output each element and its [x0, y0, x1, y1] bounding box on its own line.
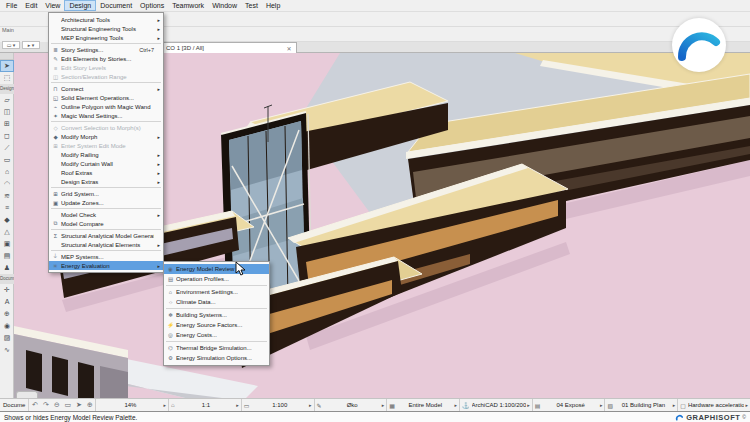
- forward-icon[interactable]: ↷: [40, 399, 51, 411]
- fit-view-icon[interactable]: ▭: [62, 399, 73, 411]
- toolbox-arrow-tool-icon[interactable]: ➤: [0, 60, 14, 72]
- design-menu-item-magic-wand-settings[interactable]: ✦Magic Wand Settings...: [49, 111, 163, 120]
- design-menu-item-modify-curtain-wall[interactable]: Modify Curtain Wall▸: [49, 159, 163, 168]
- toolbox-fill-tool-icon[interactable]: ▨: [0, 332, 14, 344]
- design-menu-item-story-settings[interactable]: ≣Story Settings...Ctrl+7: [49, 45, 163, 54]
- menu-item-label: Building Systems...: [176, 312, 260, 318]
- building-systems-icon: ❄: [165, 312, 176, 318]
- design-menu-item-modify-railing[interactable]: Modify Railing▸: [49, 150, 163, 159]
- design-menu-item-mep-systems[interactable]: ⏚MEP Systems...: [49, 252, 163, 261]
- brand-mark: ©: [742, 414, 746, 420]
- toolbox-beam-tool-icon[interactable]: ⟋: [0, 142, 14, 154]
- toolbox-morph-tool-icon[interactable]: ◆: [0, 214, 14, 226]
- tab-3d-window[interactable]: CO 1 [3D / All] ✕: [150, 42, 297, 53]
- quick-option-04-expos[interactable]: ▤04 Exposé▸: [532, 399, 605, 411]
- toolbox-shell-tool-icon[interactable]: ◠: [0, 178, 14, 190]
- design-menu-item-structural-analytical-model-generation-rules[interactable]: ΣStructural Analytical Model Generation …: [49, 231, 163, 240]
- design-menu: Architectural Tools▸Structural Engineeri…: [48, 12, 164, 273]
- quick-option-ko[interactable]: ✎Øko▸: [314, 399, 387, 411]
- menubar-item-file[interactable]: File: [2, 0, 21, 11]
- toolbox-object-tool-icon[interactable]: ♟: [0, 262, 14, 274]
- design-menu-item-architectural-tools[interactable]: Architectural Tools▸: [49, 15, 163, 24]
- energy-submenu-item-energy-model-review[interactable]: ◉Energy Model Review: [164, 264, 269, 274]
- design-menu-item-outline-polygon-with-magic-wand[interactable]: ⌁Outline Polygon with Magic Wand: [49, 102, 163, 111]
- design-menu-item-model-check[interactable]: Model Check▸: [49, 210, 163, 219]
- toolbox-marquee-tool-icon[interactable]: ⬚: [0, 72, 14, 84]
- tab-close-icon[interactable]: ✕: [285, 45, 293, 52]
- menubar-item-test[interactable]: Test: [241, 0, 262, 11]
- back-icon[interactable]: ↶: [29, 399, 40, 411]
- quick-option-14[interactable]: 14%▸: [95, 399, 168, 411]
- toolbox-window-tool-icon[interactable]: ⊞: [0, 118, 14, 130]
- energy-submenu-item-climate-data[interactable]: ☼Climate Data...: [164, 297, 269, 307]
- design-menu-item-structural-engineering-tools[interactable]: Structural Engineering Tools▸: [49, 24, 163, 33]
- toolbox-railing-tool-icon[interactable]: ≡: [0, 202, 14, 214]
- quick-option-1-1[interactable]: ⌂1:1▸: [168, 399, 241, 411]
- menu-item-label: Grid System...: [61, 191, 154, 197]
- energy-submenu-item-energy-costs[interactable]: ◎Energy Costs...: [164, 330, 269, 340]
- design-menu-item-energy-evaluation[interactable]: ☀Energy Evaluation▸: [49, 261, 163, 270]
- toolbox-header[interactable]: [0, 53, 13, 60]
- zoom-in-icon[interactable]: ⊕: [84, 399, 95, 411]
- energy-submenu-item-building-systems[interactable]: ❄Building Systems...: [164, 310, 269, 320]
- orbit-icon[interactable]: ➤: [73, 399, 84, 411]
- toolbox-slab-tool-icon[interactable]: ▭: [0, 154, 14, 166]
- toolbox-camera-tool-icon[interactable]: ◉: [0, 320, 14, 332]
- design-menu-item-edit-elements-by-stories[interactable]: ✎Edit Elements by Stories...: [49, 54, 163, 63]
- outline-polygon-with-magic-wand-icon: ⌁: [50, 104, 61, 110]
- design-menu-item-structural-analytical-elements[interactable]: Structural Analytical Elements▸: [49, 240, 163, 249]
- toolbox-spline-tool-icon[interactable]: ∿: [0, 344, 14, 356]
- tool-combo[interactable]: ▸ ▾: [22, 41, 40, 49]
- energy-submenu-item-environment-settings[interactable]: ⌂Environment Settings...: [164, 287, 269, 297]
- quick-option-hardware-acceleration[interactable]: ▢Hardware acceleration ...▸: [677, 399, 750, 411]
- design-menu-item-model-compare[interactable]: ⧉Model Compare: [49, 219, 163, 228]
- design-menu-item-solid-element-operations[interactable]: ◱Solid Element Operations...: [49, 93, 163, 102]
- menubar-item-design[interactable]: Design: [64, 0, 96, 11]
- energy-submenu-item-thermal-bridge-simulation[interactable]: ⌬Thermal Bridge Simulation...: [164, 343, 269, 353]
- menubar-item-edit[interactable]: Edit: [21, 0, 41, 11]
- favorites-combo[interactable]: ▭ ▾: [2, 41, 20, 49]
- design-menu-item-modify-morph[interactable]: ◆Modify Morph▸: [49, 132, 163, 141]
- energy-submenu-item-energy-source-factors[interactable]: ⚡Energy Source Factors...: [164, 320, 269, 330]
- toolbox-text-tool-icon[interactable]: A: [0, 296, 14, 308]
- menubar-item-window[interactable]: Window: [208, 0, 241, 11]
- quick-option-archicad-1-100-200[interactable]: ⚓ArchiCAD 1:100/200▸: [459, 399, 532, 411]
- zoom-out-icon[interactable]: ⊖: [51, 399, 62, 411]
- toolbox-curtain-wall-tool-icon[interactable]: ▤: [0, 250, 14, 262]
- energy-submenu-item-operation-profiles[interactable]: ▤Operation Profiles...: [164, 274, 269, 284]
- toolbox-dimension-tool-icon[interactable]: ✛: [0, 284, 14, 296]
- design-menu-item-grid-system[interactable]: ⊞Grid System...: [49, 189, 163, 198]
- design-menu-item-mep-engineering-tools[interactable]: MEP Engineering Tools▸: [49, 33, 163, 42]
- toolbox-door-tool-icon[interactable]: ◫: [0, 106, 14, 118]
- submenu-arrow-icon: ▸: [154, 212, 160, 218]
- menubar-item-help[interactable]: Help: [262, 0, 284, 11]
- toolbox-column-tool-icon[interactable]: ◻: [0, 130, 14, 142]
- menubar-item-document[interactable]: Document: [96, 0, 136, 11]
- toolbox: ➤⬚Design▱◫⊞◻⟋▭⌂◠≋≡◆△▣▤♟Docume✛A⊕◉▨∿: [0, 53, 14, 398]
- menubar-item-view[interactable]: View: [41, 0, 64, 11]
- 01-building-plan-icon: ▧: [607, 402, 613, 409]
- design-menu-item-design-extras[interactable]: Design Extras▸: [49, 177, 163, 186]
- design-menu-item-update-zones[interactable]: ▣Update Zones...: [49, 198, 163, 207]
- tab-label: CO 1 [3D / All]: [166, 45, 285, 51]
- menubar-item-options[interactable]: Options: [136, 0, 168, 11]
- palette-popup-handle[interactable]: [16, 391, 38, 398]
- toolbox-mesh-tool-icon[interactable]: △: [0, 226, 14, 238]
- toolbox-level-dimension-tool-icon[interactable]: ⊕: [0, 308, 14, 320]
- toolbox-roof-tool-icon[interactable]: ⌂: [0, 166, 14, 178]
- energy-costs-icon: ◎: [165, 332, 176, 338]
- submenu-arrow-icon: ▸: [154, 134, 160, 140]
- submenu-arrow-icon: ▸: [154, 161, 160, 167]
- toolbox-zone-tool-icon[interactable]: ▣: [0, 238, 14, 250]
- design-menu-item-roof-extras[interactable]: Roof Extras▸: [49, 168, 163, 177]
- document-quick-button[interactable]: Docume: [0, 399, 29, 411]
- toolbox-wall-tool-icon[interactable]: ▱: [0, 94, 14, 106]
- energy-submenu-item-energy-simulation-options[interactable]: ⚙Energy Simulation Options...: [164, 353, 269, 363]
- quick-option-1-100[interactable]: ▭1:100▸: [241, 399, 314, 411]
- quick-option-entire-model[interactable]: ▦Entire Model▸: [386, 399, 459, 411]
- design-menu-item-connect[interactable]: ⊓Connect▸: [49, 84, 163, 93]
- mep-systems-icon: ⏚: [50, 253, 61, 260]
- quick-option-01-building-plan[interactable]: ▧01 Building Plan▸: [604, 399, 677, 411]
- toolbox-stair-tool-icon[interactable]: ≋: [0, 190, 14, 202]
- menubar-item-teamwork[interactable]: Teamwork: [168, 0, 208, 11]
